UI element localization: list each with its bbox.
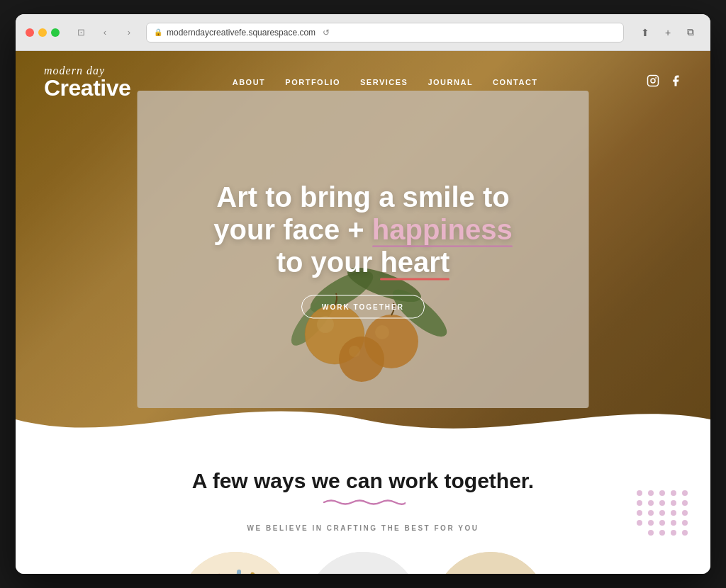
hero-section: modern day Creative ABOUT PORTFOLIO SERV… bbox=[16, 51, 710, 448]
svg-rect-14 bbox=[179, 552, 292, 574]
wave-divider bbox=[16, 391, 710, 448]
browser-window: ⊡ ‹ › 🔒 moderndaycreativefe.squarespace.… bbox=[16, 14, 710, 574]
cards-row bbox=[44, 552, 682, 574]
headline-line1: Art to bring a smile to bbox=[216, 181, 509, 213]
minimize-button[interactable] bbox=[38, 28, 47, 37]
address-bar[interactable]: 🔒 moderndaycreativefe.squarespace.com ↺ bbox=[146, 23, 624, 43]
navigation: modern day Creative ABOUT PORTFOLIO SERV… bbox=[16, 51, 710, 113]
website-content: modern day Creative ABOUT PORTFOLIO SERV… bbox=[16, 51, 710, 574]
back-button[interactable]: ‹ bbox=[95, 25, 115, 40]
browser-actions: ⬆ + ⧉ bbox=[635, 25, 700, 40]
share-button[interactable]: ⬆ bbox=[635, 25, 655, 40]
nav-links: ABOUT PORTFOLIO SERVICES JOURNAL CONTACT bbox=[233, 78, 538, 86]
reload-icon: ↺ bbox=[323, 28, 330, 38]
duplicate-button[interactable]: ⧉ bbox=[681, 25, 700, 40]
traffic-lights bbox=[26, 28, 60, 37]
new-tab-button[interactable]: + bbox=[658, 25, 678, 40]
work-together-button[interactable]: WORK TOGETHER bbox=[301, 295, 425, 319]
instagram-icon[interactable] bbox=[647, 74, 659, 90]
svg-point-12 bbox=[651, 79, 655, 83]
nav-about[interactable]: ABOUT bbox=[233, 78, 266, 86]
card-circle-1 bbox=[179, 552, 292, 574]
hero-text: Art to bring a smile to your face + happ… bbox=[193, 181, 533, 319]
card-circle-2 bbox=[306, 552, 420, 574]
facebook-icon[interactable] bbox=[669, 74, 682, 90]
logo-main: Creative bbox=[44, 77, 130, 99]
browser-chrome: ⊡ ‹ › 🔒 moderndaycreativefe.squarespace.… bbox=[16, 14, 710, 51]
nav-journal[interactable]: JOURNAL bbox=[428, 78, 473, 86]
logo[interactable]: modern day Creative bbox=[44, 65, 130, 99]
hero-headline: Art to bring a smile to your face + happ… bbox=[193, 181, 533, 278]
section-subtitle: WE BELIEVE IN CRAFTING THE BEST FOR YOU bbox=[44, 524, 682, 532]
svg-rect-11 bbox=[648, 76, 659, 86]
below-hero-section: A few ways we can work together. WE BELI… bbox=[16, 448, 710, 574]
svg-point-13 bbox=[655, 77, 657, 79]
svg-rect-20 bbox=[306, 552, 420, 574]
close-button[interactable] bbox=[26, 28, 34, 37]
nav-services[interactable]: SERVICES bbox=[360, 78, 408, 86]
forward-button[interactable]: › bbox=[119, 25, 139, 40]
nav-portfolio[interactable]: PORTFOLIO bbox=[285, 78, 340, 86]
dots-decoration bbox=[637, 490, 689, 536]
url-text: moderndaycreativefe.squarespace.com bbox=[167, 28, 315, 38]
lock-icon: 🔒 bbox=[154, 28, 162, 36]
maximize-button[interactable] bbox=[51, 28, 60, 37]
card-circle-3 bbox=[434, 552, 547, 574]
nav-contact[interactable]: CONTACT bbox=[493, 78, 537, 86]
svg-rect-25 bbox=[434, 552, 547, 574]
card-image-1 bbox=[179, 552, 292, 574]
headline-happiness: happiness bbox=[372, 214, 513, 245]
window-icon-button[interactable]: ⊡ bbox=[71, 25, 91, 40]
headline-heart: heart bbox=[380, 247, 449, 278]
headline-line2: your face + happiness bbox=[213, 214, 512, 245]
wavy-underline-svg bbox=[320, 497, 406, 507]
nav-social bbox=[647, 74, 682, 90]
section-title: A few ways we can work together. bbox=[44, 469, 682, 507]
section-title-text: A few ways we can work together. bbox=[192, 469, 534, 492]
headline-line3: to your heart bbox=[277, 247, 449, 278]
card-image-2 bbox=[306, 552, 420, 574]
browser-controls: ⊡ ‹ › bbox=[71, 25, 139, 40]
card-image-3 bbox=[434, 552, 547, 574]
